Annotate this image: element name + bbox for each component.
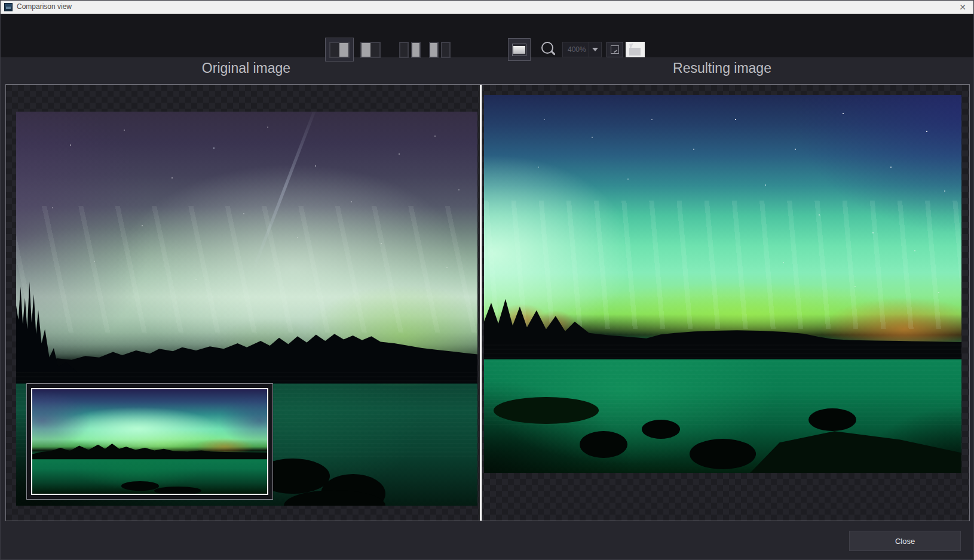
chevron-down-icon[interactable] <box>589 42 601 57</box>
toolbar: 400% <box>1 14 973 57</box>
preview-rectangle-icon <box>512 44 526 56</box>
resulting-image-label: Resulting image <box>483 60 961 76</box>
stars <box>16 112 17 113</box>
view-mode-side-by-side-original-left-button[interactable] <box>396 38 424 61</box>
titlebar[interactable]: Comparison view ✕ <box>1 1 973 14</box>
one-to-one-zoom-icon <box>611 45 619 54</box>
navigator-frame <box>31 388 268 495</box>
rock-silhouette <box>154 487 201 495</box>
close-button[interactable]: Close <box>849 531 961 551</box>
comparison-view-dialog: Comparison view ✕ 400% Ori <box>0 0 974 560</box>
zoom-level-value: 400% <box>563 45 589 54</box>
view-mode-split-original-left-button[interactable] <box>325 38 354 61</box>
fit-to-view-button[interactable] <box>626 42 645 57</box>
rock-silhouette <box>746 420 961 473</box>
aurora-rays <box>484 201 961 329</box>
titlebar-close-icon[interactable]: ✕ <box>957 1 969 13</box>
comparison-preview-area[interactable] <box>5 84 970 521</box>
view-mode-side-by-side-original-right-button[interactable] <box>425 38 454 61</box>
resulting-image-pane[interactable] <box>484 95 961 473</box>
rock-silhouette <box>642 420 680 439</box>
split-rect-dark-light-icon <box>329 42 350 58</box>
app-icon <box>4 3 13 11</box>
original-image-label: Original image <box>16 60 477 76</box>
rock-silhouette <box>121 481 159 491</box>
two-rects-dark-light-icon <box>399 42 421 58</box>
split-rect-light-dark-icon <box>360 42 381 58</box>
aurora-rays <box>16 206 477 332</box>
split-divider-handle[interactable] <box>479 85 482 521</box>
window-title: Comparison view <box>17 2 72 11</box>
stars <box>484 95 485 96</box>
rock-silhouette <box>690 439 756 469</box>
two-rects-light-dark-icon <box>429 42 451 58</box>
view-mode-split-original-right-button[interactable] <box>356 38 385 61</box>
magnifier-icon[interactable] <box>540 41 557 58</box>
rock-silhouette <box>580 431 627 457</box>
actual-size-button[interactable] <box>607 42 623 57</box>
rock-silhouette <box>494 397 599 423</box>
rock-silhouette <box>808 408 856 431</box>
navigator-image <box>32 389 267 494</box>
navigator-thumbnail[interactable] <box>26 383 273 500</box>
zoom-level-select[interactable]: 400% <box>562 42 602 57</box>
navigator-toggle-button[interactable] <box>508 38 531 61</box>
fit-to-view-icon <box>630 44 641 56</box>
